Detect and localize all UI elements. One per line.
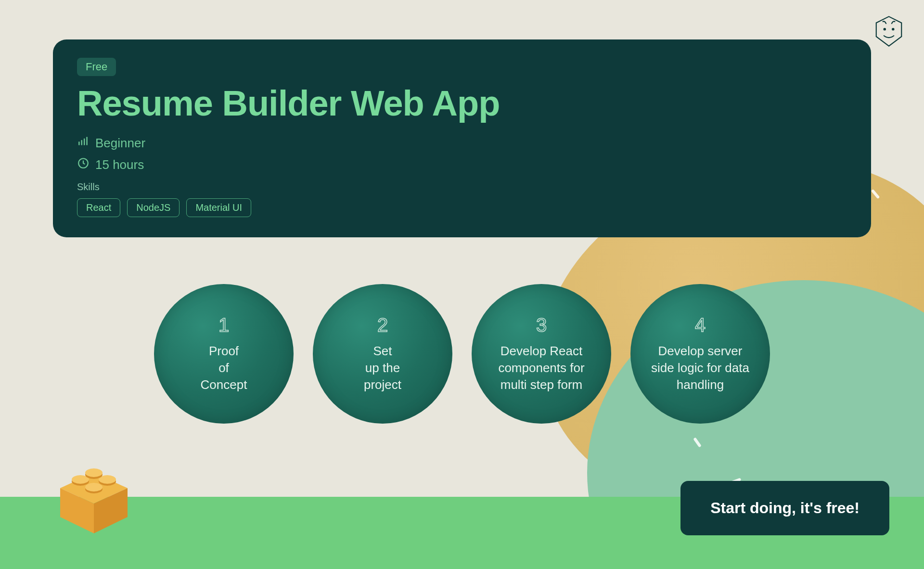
step-number: 4: [695, 314, 706, 336]
difficulty-label: Beginner: [95, 136, 145, 151]
step-circle-3[interactable]: 3 Develop React components for multi ste…: [472, 284, 611, 424]
difficulty-row: Beginner: [77, 135, 847, 151]
skill-tag[interactable]: React: [77, 198, 120, 217]
svg-point-1: [892, 28, 894, 30]
step-circle-1[interactable]: 1 Proof of Concept: [154, 284, 294, 424]
step-text: Develop server side logic for data handl…: [647, 343, 754, 393]
svg-point-0: [884, 28, 886, 30]
duration-label: 15 hours: [95, 157, 144, 172]
skill-tags: React NodeJS Material UI: [77, 198, 847, 217]
project-title: Resume Builder Web App: [77, 83, 847, 124]
skill-tag[interactable]: Material UI: [186, 198, 251, 217]
bars-icon: [77, 135, 90, 151]
step-text: Develop React components for multi step …: [488, 343, 595, 393]
start-cta-button[interactable]: Start doing, it's free!: [680, 481, 889, 535]
skills-heading: Skills: [77, 181, 847, 193]
step-number: 1: [218, 314, 229, 336]
clock-icon: [77, 157, 90, 173]
skill-tag[interactable]: NodeJS: [127, 198, 180, 217]
step-text: Set up the project: [364, 343, 401, 393]
duration-row: 15 hours: [77, 157, 847, 173]
lego-brick-icon: [46, 458, 142, 545]
svg-point-17: [85, 468, 103, 477]
step-circle-2[interactable]: 2 Set up the project: [313, 284, 452, 424]
step-text: Proof of Concept: [201, 343, 247, 393]
step-number: 2: [377, 314, 388, 336]
project-hero-card: Free Resume Builder Web App Beginner 15 …: [53, 39, 871, 237]
free-badge: Free: [77, 58, 116, 76]
step-number: 3: [536, 314, 547, 336]
step-circle-4[interactable]: 4 Develop server side logic for data han…: [630, 284, 770, 424]
brand-logo[interactable]: [872, 14, 906, 48]
steps-row: 1 Proof of Concept 2 Set up the project …: [0, 284, 924, 424]
svg-point-15: [85, 483, 103, 491]
